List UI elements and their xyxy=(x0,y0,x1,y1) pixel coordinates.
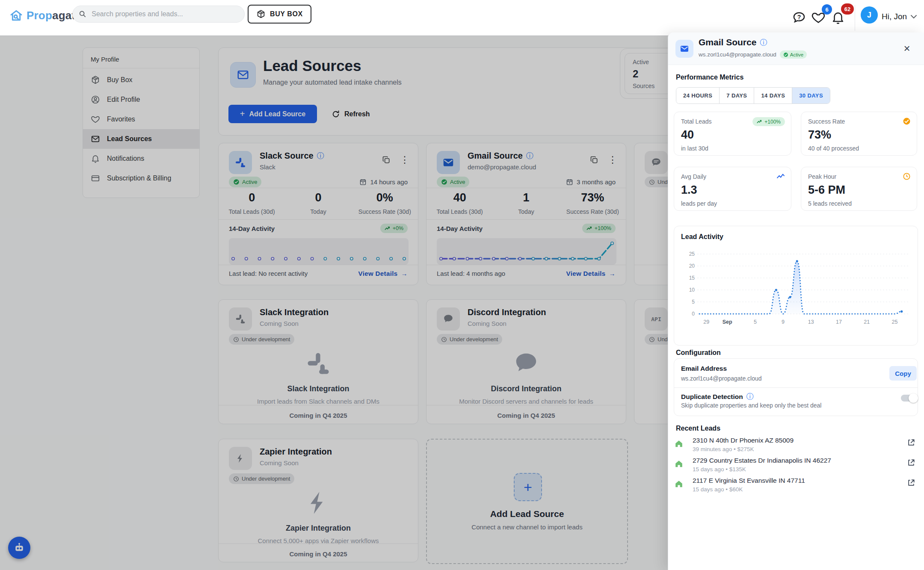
panel-title: Gmail Source xyxy=(699,37,756,47)
global-search[interactable] xyxy=(72,6,245,23)
user-greeting[interactable]: Hi, Jon xyxy=(882,12,907,21)
duplicate-detection-label: Duplicate Detectionⓘ xyxy=(681,392,754,402)
kebab-menu-icon[interactable]: ⋮ xyxy=(400,154,409,165)
integration-footer: Coming in Q4 2025 xyxy=(219,412,418,419)
sidebar-item-buy-box[interactable]: Buy Box xyxy=(83,70,199,90)
gmail-icon xyxy=(437,151,460,174)
svg-text:15: 15 xyxy=(689,275,695,281)
integration-body-title: Discord Integration xyxy=(426,384,626,393)
tab-24-hours[interactable]: 24 HOURS xyxy=(676,88,720,103)
copy-button[interactable]: Copy xyxy=(889,366,917,381)
add-lead-source-card[interactable]: + Add Lead Source Connect a new channel … xyxy=(426,439,628,564)
copy-icon[interactable] xyxy=(590,156,598,164)
add-lead-source-button[interactable]: + Add Lead Source xyxy=(228,105,317,123)
sidebar-item-notifications[interactable]: Notifications xyxy=(83,149,199,168)
chevron-down-icon[interactable] xyxy=(910,15,917,19)
status-badge: Active xyxy=(780,50,807,59)
lead-meta: 39 minutes ago • $275K xyxy=(693,446,754,452)
assistant-fab[interactable] xyxy=(8,537,30,559)
sidebar-item-lead-sources[interactable]: Lead Sources xyxy=(83,129,199,149)
stat-success-rate: 73%Success Rate (30d) xyxy=(560,191,626,215)
propagate-logo[interactable]: Propagate xyxy=(9,9,82,22)
svg-text:10: 10 xyxy=(689,287,695,293)
app-window: Propagate BUY BOX ? 6 62 J Hi, Jon My Pr… xyxy=(0,0,924,570)
search-icon xyxy=(79,10,86,18)
sidebar-item-edit-profile[interactable]: Edit Profile xyxy=(83,90,199,109)
copy-icon[interactable] xyxy=(382,156,391,164)
plus-tile[interactable]: + xyxy=(514,473,542,501)
sidebar-item-label: Favorites xyxy=(107,115,135,123)
lead-meta: 15 days ago • $60K xyxy=(693,486,743,493)
info-icon[interactable]: ⓘ xyxy=(526,151,533,161)
trend-up-icon xyxy=(385,226,390,231)
panel-email: ws.zorl1cu4@propagate.cloud xyxy=(699,51,776,58)
refresh-button[interactable]: Refresh xyxy=(326,105,376,123)
svg-text:0: 0 xyxy=(692,311,695,317)
kebab-menu-icon[interactable]: ⋮ xyxy=(608,154,617,165)
slack-icon xyxy=(229,307,252,331)
view-details-link[interactable]: View Details→ xyxy=(358,270,408,277)
sidebar-item-subscription-billing[interactable]: Subscription & Billing xyxy=(83,168,199,188)
panel-header: Gmail Sourceⓘ ws.zorl1cu4@propagate.clou… xyxy=(668,32,924,65)
credit-card-icon xyxy=(91,174,100,183)
help-chat-icon[interactable]: ? xyxy=(792,10,806,25)
external-link-icon[interactable] xyxy=(907,478,915,487)
tab-30-days[interactable]: 30 DAYS xyxy=(792,88,830,103)
metric-success-rate: Success Rate 73% 40 of 40 processed xyxy=(801,112,917,156)
lead-activity-chart-card: Lead Activity 051015202529Sep5913172125 xyxy=(674,226,918,346)
info-icon[interactable]: ⓘ xyxy=(317,151,324,161)
source-title: Gmail Source xyxy=(468,151,523,161)
search-input[interactable] xyxy=(91,10,238,18)
buy-box-label: BUY BOX xyxy=(270,10,303,18)
zapier-bolt-icon xyxy=(229,447,252,470)
integration-body-desc: Import leads from Slack channels and DMs xyxy=(219,398,418,405)
duplicate-detection-desc: Skip duplicate properties and keep only … xyxy=(681,402,821,409)
bell-icon xyxy=(91,154,100,163)
lead-address: 2729 Country Estates Dr Indianapolis IN … xyxy=(693,457,831,464)
sidebar-item-favorites[interactable]: Favorites xyxy=(83,109,199,129)
add-card-desc: Connect a new channel to import leads xyxy=(427,523,627,531)
cube-icon xyxy=(256,9,266,19)
integration-subtitle: Coming Soon xyxy=(260,320,329,327)
tab-7-days[interactable]: 7 DAYS xyxy=(720,88,754,103)
duplicate-detection-toggle[interactable] xyxy=(901,395,917,402)
external-link-icon[interactable] xyxy=(907,458,915,467)
tab-14-days[interactable]: 14 DAYS xyxy=(754,88,792,103)
lead-row[interactable]: 2310 N 40th Dr Phoenix AZ 85009 39 minut… xyxy=(668,437,924,457)
heart-icon xyxy=(91,115,100,124)
sparkline-slack xyxy=(229,238,409,265)
slack-icon-large xyxy=(305,350,332,377)
buy-box-button[interactable]: BUY BOX xyxy=(248,5,311,24)
external-link-icon[interactable] xyxy=(907,438,915,447)
check-circle-icon xyxy=(233,179,240,185)
notifications-count-badge: 62 xyxy=(841,3,854,15)
plus-icon: + xyxy=(240,109,245,119)
under-development-badge: Under development xyxy=(229,334,294,345)
info-icon[interactable]: ⓘ xyxy=(746,392,754,402)
lead-row[interactable]: 2729 Country Estates Dr Indianapolis IN … xyxy=(668,457,924,477)
divider xyxy=(426,219,626,220)
email-address-value: ws.zorl1cu4@propagate.cloud xyxy=(681,375,762,382)
lead-address: 2117 E Virginia St Evansville IN 47711 xyxy=(693,477,805,484)
svg-text:9: 9 xyxy=(782,319,785,325)
integration-card-discord: Discord Integration Coming Soon Under de… xyxy=(426,299,626,424)
stat-total-leads: 0Total Leads (30d) xyxy=(219,191,285,215)
avatar[interactable]: J xyxy=(861,6,878,24)
view-details-link[interactable]: View Details→ xyxy=(566,270,616,277)
lead-activity-chart: 051015202529Sep5913172125 xyxy=(674,245,918,343)
zapier-bolt-icon-large xyxy=(305,490,332,516)
sidebar-item-label: Subscription & Billing xyxy=(107,174,171,182)
divider xyxy=(426,188,626,188)
topbar-divider xyxy=(855,5,855,31)
plus-icon: + xyxy=(524,479,532,496)
mail-icon xyxy=(91,134,100,144)
source-card-gmail: Gmail Sourceⓘ demo@propagate.cloud ⋮ Act… xyxy=(426,143,626,285)
divider xyxy=(219,219,418,220)
lead-sources-icon xyxy=(230,62,256,88)
sidebar-title: My Profile xyxy=(83,50,199,68)
close-icon[interactable]: × xyxy=(900,41,914,56)
info-icon[interactable]: ⓘ xyxy=(760,38,767,47)
check-circle-orange-icon xyxy=(903,117,911,125)
lead-row[interactable]: 2117 E Virginia St Evansville IN 47711 1… xyxy=(668,477,924,497)
arrow-right-icon: → xyxy=(609,270,616,277)
